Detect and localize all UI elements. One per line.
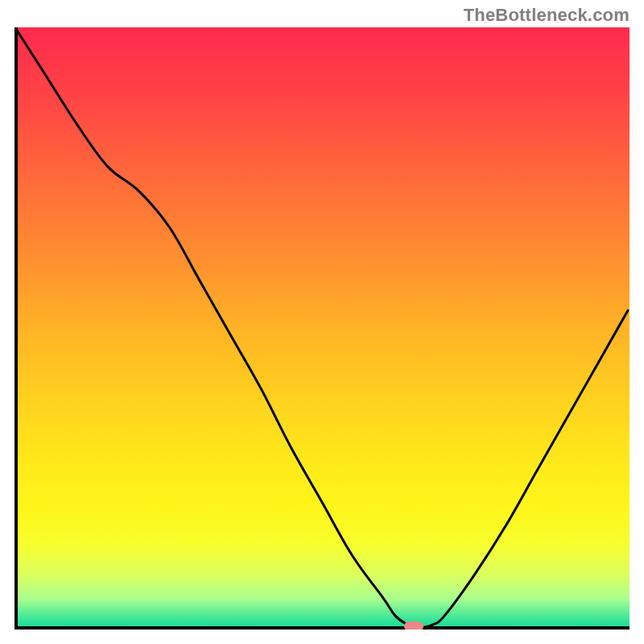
gradient-background	[14, 27, 630, 630]
optimum-marker	[404, 621, 423, 630]
bottleneck-curve-chart	[14, 27, 630, 630]
chart-plot-area	[14, 27, 630, 630]
attribution-label: TheBottleneck.com	[464, 5, 630, 26]
